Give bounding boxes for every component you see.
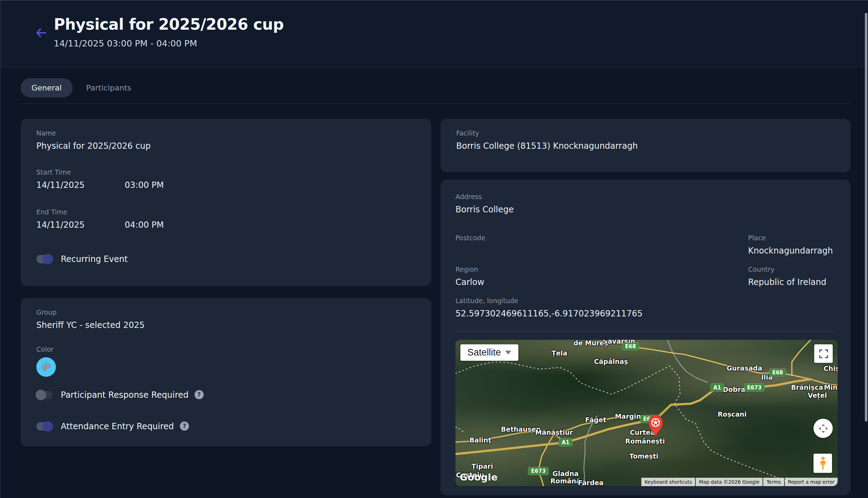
toggle-knob (36, 390, 46, 400)
tab-participants[interactable]: Participants (75, 78, 142, 97)
participant-response-label: Participant Response Required (61, 390, 189, 400)
pegman-icon (819, 456, 827, 470)
map-attribution-link[interactable]: Keyboard shortcuts (641, 478, 695, 486)
region-field: Region Carlow (455, 265, 748, 287)
region-country-row: Region Carlow Country Republic of Irelan… (455, 265, 836, 287)
vertical-scrollbar[interactable] (865, 13, 867, 422)
group-value: Sheriff YC - selected 2025 (36, 320, 416, 330)
latlng-label: Latitude, longitude (455, 297, 836, 305)
attendance-entry-row: Attendance Entry Required ? (36, 421, 416, 432)
map-attribution-link[interactable]: Map data ©2026 Google (696, 478, 763, 486)
left-column: Name Physical for 2025/2026 cup Start Ti… (21, 119, 431, 446)
place-field: Place Knocknagundarragh (748, 234, 836, 256)
recurring-event-row: Recurring Event (36, 254, 416, 264)
recurring-event-toggle[interactable] (36, 255, 52, 263)
place-label: Place (748, 234, 836, 242)
location-pin[interactable] (648, 415, 664, 439)
page-title: Physical for 2025/2026 cup (54, 15, 284, 33)
end-time-value: 04:00 PM (125, 220, 416, 230)
help-icon[interactable]: ? (179, 421, 190, 432)
help-icon[interactable]: ? (194, 389, 205, 401)
postcode-value (455, 246, 748, 256)
page-header: Physical for 2025/2026 cup 14/11/2025 03… (1, 1, 868, 67)
postcode-place-row: Postcode Place Knocknagundarragh (455, 234, 836, 256)
start-time-label: Start Time (36, 168, 416, 176)
event-datetime-subtitle: 14/11/2025 03:00 PM - 04:00 PM (54, 38, 197, 49)
map-attribution-bar: Keyboard shortcutsMap data ©2026 GoogleT… (641, 478, 838, 486)
tab-general[interactable]: General (21, 78, 73, 97)
color-field: Color (36, 345, 416, 377)
address-value: Borris College (455, 205, 836, 214)
fullscreen-icon (819, 349, 828, 358)
country-field: Country Republic of Ireland (748, 265, 836, 287)
region-value: Carlow (455, 277, 748, 287)
google-logo[interactable]: Google (460, 472, 498, 483)
palette-icon (41, 362, 51, 372)
participant-response-toggle[interactable] (36, 391, 52, 399)
map-attribution-link[interactable]: Report a map error (785, 478, 838, 486)
end-time-field: End Time 14/11/2025 04:00 PM (36, 208, 416, 230)
name-value: Physical for 2025/2026 cup (36, 141, 416, 151)
end-time-label: End Time (36, 208, 416, 216)
start-time-value: 03:00 PM (125, 180, 416, 190)
svg-text:?: ? (183, 423, 186, 430)
pegman-button[interactable] (814, 454, 832, 473)
svg-text:?: ? (197, 391, 201, 398)
recurring-event-label: Recurring Event (61, 254, 128, 264)
address-label: Address (455, 193, 836, 200)
place-value: Knocknagundarragh (748, 246, 836, 256)
event-detail-page: Physical for 2025/2026 cup 14/11/2025 03… (0, 0, 868, 498)
right-column: Facility Borris College (81513) Knocknag… (440, 119, 851, 495)
toggle-knob (43, 254, 53, 264)
postcode-field: Postcode (455, 234, 748, 256)
card-divider (455, 331, 836, 331)
facility-card: Facility Borris College (81513) Knocknag… (440, 119, 851, 172)
attendance-entry-label: Attendance Entry Required (61, 422, 174, 431)
start-date-value: 14/11/2025 (36, 180, 125, 190)
google-map[interactable]: de MureșSăvârșinȚelaCăpâlnașGurasadaChiș… (455, 340, 838, 486)
back-button[interactable] (34, 26, 48, 40)
latlng-field: Latitude, longitude 52.597302469611165,-… (455, 297, 836, 318)
name-label: Name (36, 129, 416, 137)
color-label: Color (36, 345, 416, 353)
pan-arrows-icon (818, 423, 829, 434)
end-date-value: 14/11/2025 (36, 220, 125, 230)
group-label: Group (36, 308, 416, 316)
toggle-knob (43, 421, 53, 432)
color-swatch[interactable] (36, 357, 56, 377)
fullscreen-button[interactable] (814, 344, 833, 363)
arrow-left-icon (35, 28, 47, 38)
facility-value: Borris College (81513) Knocknagundarragh (456, 141, 835, 151)
country-label: Country (748, 265, 836, 273)
group-field: Group Sheriff YC - selected 2025 (36, 308, 416, 330)
postcode-label: Postcode (455, 234, 748, 242)
pan-control-button[interactable] (814, 419, 833, 438)
name-field: Name Physical for 2025/2026 cup (36, 129, 416, 151)
participant-response-row: Participant Response Required ? (36, 389, 416, 401)
map-roads-layer (455, 340, 838, 486)
attendance-entry-toggle[interactable] (36, 422, 52, 431)
facility-label: Facility (456, 129, 835, 137)
address-card: Address Borris College Postcode Place Kn… (440, 180, 851, 495)
tabs-bar: GeneralParticipants (21, 78, 850, 104)
latlng-value: 52.597302469611165,-6.917023969211765 (455, 309, 836, 318)
map-pin-icon (648, 415, 664, 437)
region-label: Region (455, 265, 748, 273)
map-attribution-link[interactable]: Terms (763, 478, 784, 486)
country-value: Republic of Ireland (748, 277, 836, 287)
chevron-down-icon (505, 351, 511, 354)
map-type-label: Satellite (467, 347, 501, 358)
map-type-button[interactable]: Satellite (460, 344, 518, 361)
group-card: Group Sheriff YC - selected 2025 Color P… (21, 298, 431, 446)
event-details-card: Name Physical for 2025/2026 cup Start Ti… (21, 119, 431, 286)
address-field: Address Borris College (455, 193, 836, 214)
start-time-field: Start Time 14/11/2025 03:00 PM (36, 168, 416, 190)
